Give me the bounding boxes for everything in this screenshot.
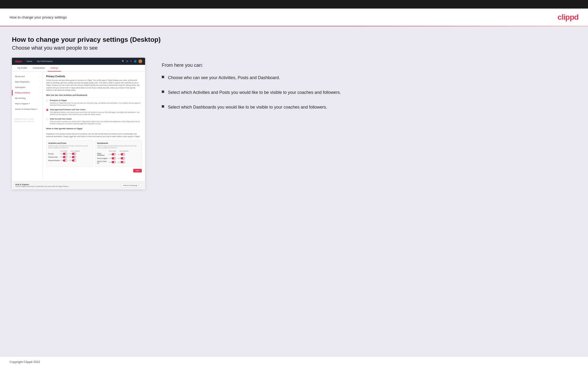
mock-nav-performance: My Performance bbox=[37, 60, 52, 62]
bullet-item-1: Choose who can see your Activities, Post… bbox=[162, 75, 576, 81]
mock-toggle-workson-coach[interactable]: ON bbox=[109, 161, 116, 163]
mock-help-desc: Visit our Clippd community to troublesho… bbox=[15, 185, 69, 187]
mock-toggle-workson-coach-switch[interactable] bbox=[112, 161, 116, 163]
mock-toggle-rounds-coach-switch[interactable] bbox=[63, 153, 67, 155]
header: How to change your privacy settings clip… bbox=[0, 8, 588, 26]
mock-toggle-player-follower[interactable]: ON bbox=[118, 153, 125, 155]
chevron-icon: › bbox=[40, 75, 40, 77]
mock-radio-circle-coach bbox=[46, 118, 48, 120]
mock-sidebar-account[interactable]: My Account › bbox=[12, 74, 43, 79]
bullet-text-1: Choose who can see your Activities, Post… bbox=[168, 75, 280, 81]
bullet-square-3 bbox=[162, 105, 164, 108]
mock-radio-circle-followers bbox=[46, 109, 48, 111]
screenshot-mockup: clippd Home My Performance 🔍 ⊞ ☀ 🌐 My Pr… bbox=[12, 58, 145, 189]
mock-toggle-rounds: Rounds ON ON bbox=[48, 153, 91, 155]
mock-toggle-manual-coach[interactable]: ON bbox=[60, 159, 67, 161]
mock-save-row: Save bbox=[46, 169, 142, 172]
mock-activities-desc: Select the types of activity that you'd … bbox=[48, 145, 91, 149]
mock-sidebar-version: Clippd Client Version: 2022.8.2SQL Serve… bbox=[12, 117, 43, 124]
bullet-item-2: Select which Activities and Posts you wo… bbox=[162, 89, 576, 95]
mock-toggle-player-coach-switch[interactable] bbox=[112, 153, 116, 155]
mock-sidebar-data[interactable]: Data Integrations › bbox=[12, 79, 43, 84]
mock-subnav-connections[interactable]: Connections bbox=[30, 65, 48, 72]
mock-subnav-settings[interactable]: Settings bbox=[48, 65, 61, 72]
mock-sidebar-privacy[interactable]: Privacy Controls › bbox=[12, 90, 43, 95]
mock-toggle-insights-coach-switch[interactable] bbox=[112, 157, 116, 159]
mock-help-title: Help & Support bbox=[15, 184, 69, 185]
mock-toggle-player-coach[interactable]: ON bbox=[109, 153, 116, 155]
mock-toggle-drills-follower[interactable]: ON bbox=[69, 156, 76, 158]
mock-toggle-rounds-follower[interactable]: ON bbox=[69, 153, 76, 155]
mock-sidebar-golfbag[interactable]: My Golf Bag › bbox=[12, 95, 43, 101]
mock-nav: clippd Home My Performance 🔍 ⊞ ☀ 🌐 bbox=[12, 58, 145, 65]
mock-privacy-desc: Control how you and your data appears to… bbox=[46, 79, 142, 92]
mock-radio-label-followers: Only Approved Followers and Your Coach bbox=[50, 108, 142, 111]
mock-radio-coach[interactable]: Only You and Your Coach Only you and the… bbox=[46, 118, 142, 125]
chevron-icon: › bbox=[40, 81, 40, 83]
right-panel-title: From here you can: bbox=[162, 62, 576, 68]
mock-sidebar-help[interactable]: Help & Support ↗ bbox=[12, 101, 43, 106]
right-panel: From here you can: Choose who can see yo… bbox=[157, 58, 576, 110]
mock-activities-section: Activities and Posts Select the types of… bbox=[46, 140, 93, 167]
bullet-square-1 bbox=[162, 76, 164, 78]
mock-help-bar: Help & Support Visit our Clippd communit… bbox=[12, 181, 145, 189]
bullet-item-3: Select which Dashboards you would like t… bbox=[162, 104, 576, 110]
header-title: How to change your privacy settings bbox=[9, 15, 67, 19]
mock-toggle-drills-coach-switch[interactable] bbox=[63, 156, 67, 158]
mock-toggle-player-follower-switch[interactable] bbox=[121, 153, 125, 155]
mock-privacy-title: Privacy Controls bbox=[46, 75, 142, 78]
mock-dashboards-title: Dashboards bbox=[97, 142, 140, 144]
mock-visit-community-button[interactable]: Visit Our Community ↗ bbox=[121, 183, 142, 187]
mock-toggle-workson-follower-switch[interactable] bbox=[121, 161, 125, 163]
mock-nav-icons: 🔍 ⊞ ☀ 🌐 bbox=[122, 59, 142, 63]
mock-subnav-profile[interactable]: My Profile bbox=[15, 65, 30, 72]
chevron-icon: › bbox=[40, 92, 40, 94]
bullet-text-2: Select which Activities and Posts you wo… bbox=[168, 89, 341, 95]
mock-toggles-row: Activities and Posts Select the types of… bbox=[46, 140, 142, 167]
mock-toggle-drills-follower-switch[interactable] bbox=[72, 156, 76, 158]
mock-radio-group: Everyone on Clippd Everyone on Clippd ca… bbox=[46, 99, 142, 125]
mock-body: My Account › Data Integrations › Subscri… bbox=[12, 72, 145, 181]
chevron-icon: › bbox=[40, 97, 40, 99]
mock-sidebar-subscription[interactable]: Subscription › bbox=[12, 84, 43, 90]
mock-activities-header: COACHES FOLLOWERS bbox=[48, 150, 91, 152]
mock-logo: clippd bbox=[15, 60, 22, 63]
bullet-list: Choose who can see your Activities, Post… bbox=[162, 75, 576, 110]
mock-toggle-manual: Manual Activities ON ON bbox=[48, 159, 91, 161]
mock-sidebar: My Account › Data Integrations › Subscri… bbox=[12, 72, 43, 181]
mock-radio-label-coach: Only You and Your Coach bbox=[50, 118, 142, 120]
mock-main-panel: Privacy Controls Control how you and you… bbox=[43, 72, 145, 181]
mock-radio-desc-everyone: Everyone on Clippd can search for you an… bbox=[50, 102, 142, 106]
mock-toggle-workson-follower[interactable]: ON bbox=[118, 161, 125, 163]
copyright-text: Copyright Clippd 2022 bbox=[9, 360, 40, 364]
mock-toggle-manual-follower-switch[interactable] bbox=[72, 159, 76, 161]
mock-toggle-insights-coach[interactable]: ON bbox=[109, 157, 116, 159]
mock-toggle-drills-coach[interactable]: ON bbox=[60, 156, 67, 158]
mock-who-can-see-title: Who Can See Your Activities and Dashboar… bbox=[46, 94, 142, 97]
mock-sidebar-service[interactable]: Service & Privacy Policy ↗ bbox=[12, 106, 43, 112]
mock-toggle-rounds-coach[interactable]: ON bbox=[60, 153, 67, 155]
mock-radio-followers[interactable]: Only Approved Followers and Your Coach O… bbox=[46, 108, 142, 116]
external-link-icon: ↗ bbox=[138, 184, 140, 186]
mock-nav-home: Home bbox=[26, 60, 32, 62]
bullet-text-3: Select which Dashboards you would like t… bbox=[168, 104, 327, 110]
main-content: How to change your privacy settings (Des… bbox=[0, 26, 588, 357]
mock-save-button[interactable]: Save bbox=[133, 169, 142, 172]
clippd-logo: clippd bbox=[558, 13, 579, 22]
mock-toggle-insights-follower-switch[interactable] bbox=[121, 157, 125, 159]
mock-bell-icon: ☀ bbox=[130, 60, 132, 62]
mock-toggle-manual-follower[interactable]: ON bbox=[69, 159, 76, 161]
mock-help-text: Help & Support Visit our Clippd communit… bbox=[15, 184, 69, 187]
mock-globe-icon: 🌐 bbox=[134, 60, 137, 62]
chevron-icon: › bbox=[40, 86, 40, 88]
mock-radio-everyone[interactable]: Everyone on Clippd Everyone on Clippd ca… bbox=[46, 99, 142, 106]
top-bar bbox=[0, 0, 588, 8]
mock-toggle-rounds-follower-switch[interactable] bbox=[72, 153, 76, 155]
mock-toggle-insights-follower[interactable]: ON bbox=[118, 157, 125, 159]
mock-dashboards-desc: Select the types of activity that you'd … bbox=[97, 145, 140, 149]
page-heading: How to change your privacy settings (Des… bbox=[12, 36, 576, 43]
mock-subnav: My Profile Connections Settings bbox=[12, 65, 145, 72]
content-columns: clippd Home My Performance 🔍 ⊞ ☀ 🌐 My Pr… bbox=[12, 58, 576, 189]
mock-show-hide-title: Show or hide specific features in Clippd bbox=[46, 128, 142, 131]
mock-toggle-manual-coach-switch[interactable] bbox=[63, 159, 67, 161]
